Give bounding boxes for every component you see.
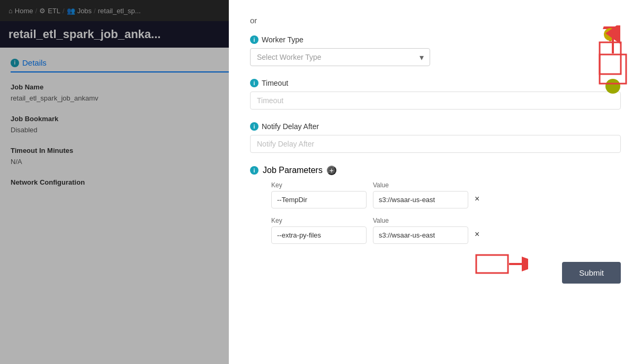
submit-area: Submit [250, 257, 621, 284]
notify-delay-info-icon: i [250, 122, 258, 131]
param-key-label-1: Key [271, 217, 367, 224]
svg-point-8 [605, 79, 620, 94]
param-row-0: Key Value × [250, 181, 621, 208]
param-key-input-1[interactable] [271, 226, 367, 244]
job-params-section: i Job Parameters + Key Value × Key [250, 166, 621, 244]
worker-type-label: Worker Type [262, 35, 304, 44]
param-key-col-1: Key [271, 217, 367, 244]
or-separator: or [250, 16, 621, 25]
job-params-label: Job Parameters [263, 166, 323, 175]
timeout-section: i Timeout [250, 79, 621, 110]
param-key-input-0[interactable] [271, 191, 367, 208]
worker-type-select[interactable]: Select Worker Type [250, 48, 430, 66]
worker-type-select-wrapper: Select Worker Type ▾ [250, 48, 430, 66]
add-param-button[interactable]: + [327, 166, 336, 175]
modal-panel: or i Worker Type Select Worker Type ▾ i … [229, 0, 642, 364]
worker-type-info-icon: i [250, 35, 258, 44]
top-right-indicator [594, 25, 631, 96]
job-params-header: i Job Parameters + [250, 166, 621, 175]
arrow-right-indicator [475, 251, 528, 279]
param-key-col-0: Key [271, 181, 367, 208]
param-value-label-1: Value [373, 217, 468, 224]
worker-type-label-group: i Worker Type [250, 35, 621, 44]
timeout-label-group: i Timeout [250, 79, 621, 87]
timeout-info-icon: i [250, 79, 258, 87]
timeout-input[interactable] [250, 92, 621, 110]
submit-button[interactable]: Submit [562, 262, 621, 284]
notify-delay-label: Notify Delay After [262, 122, 319, 131]
svg-rect-5 [476, 255, 508, 273]
job-params-info-icon: i [250, 166, 258, 175]
param-row-1: Key Value × [250, 217, 621, 244]
param-value-input-0[interactable] [373, 191, 468, 208]
param-value-label-0: Value [373, 181, 468, 189]
worker-type-section: i Worker Type Select Worker Type ▾ [250, 35, 621, 66]
remove-param-button-1[interactable]: × [475, 230, 479, 239]
notify-delay-label-group: i Notify Delay After [250, 122, 621, 131]
timeout-form-label: Timeout [262, 79, 288, 87]
param-key-label-0: Key [271, 181, 367, 189]
param-value-col-0: Value [373, 181, 468, 208]
modal-overlay: or i Worker Type Select Worker Type ▾ i … [0, 0, 642, 364]
notify-delay-input[interactable] [250, 135, 621, 153]
param-value-input-1[interactable] [373, 226, 468, 244]
param-value-col-1: Value [373, 217, 468, 244]
notify-delay-section: i Notify Delay After [250, 122, 621, 153]
remove-param-button-0[interactable]: × [475, 194, 479, 204]
